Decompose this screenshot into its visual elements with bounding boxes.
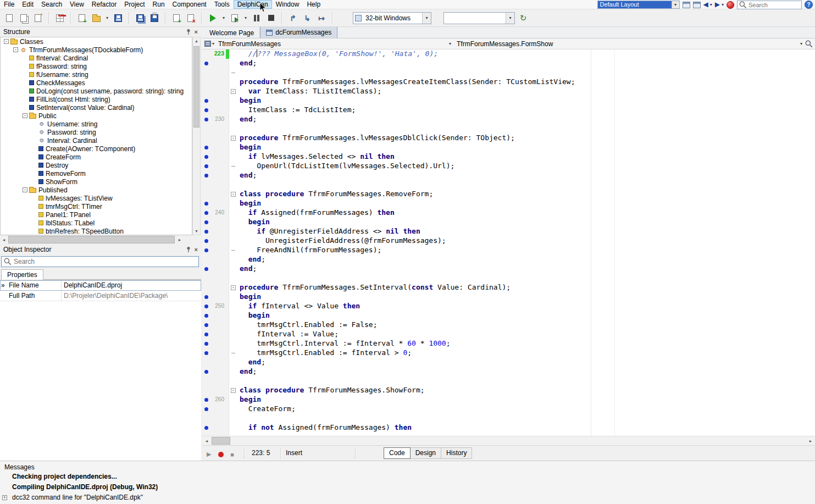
- tab-properties[interactable]: Properties: [1, 269, 43, 280]
- message-line[interactable]: Checking project dependencies...: [0, 472, 815, 482]
- line-gutter[interactable]: [202, 236, 229, 246]
- code-line[interactable]: if lvMessages.Selected <> nil then: [202, 152, 815, 162]
- code-line[interactable]: end;: [202, 367, 815, 376]
- structure-tree-item[interactable]: FillList(const Html: string): [1, 95, 192, 103]
- compiled-line-dot-icon[interactable]: [204, 351, 208, 355]
- scroll-up-icon[interactable]: ▲: [193, 37, 200, 45]
- fold-margin[interactable]: [229, 68, 238, 77]
- menu-help[interactable]: Help: [303, 0, 324, 9]
- menu-project[interactable]: Project: [120, 0, 148, 9]
- fold-margin[interactable]: [229, 77, 238, 87]
- compiled-line-dot-icon[interactable]: [204, 239, 208, 243]
- fold-margin[interactable]: [229, 358, 238, 367]
- code-line[interactable]: 223 //??? MessageBox(0, 'FormShow!', 'Ha…: [202, 49, 815, 59]
- desktop-layout-combo[interactable]: Default Layout ▾: [597, 1, 680, 9]
- code-line[interactable]: [202, 274, 815, 283]
- property-value[interactable]: D:\Projeler\DelphiCanIDE\Package\: [62, 291, 201, 301]
- class-navigation-combo[interactable]: TfrmForumMessages ▾: [215, 39, 453, 49]
- structure-tree-item[interactable]: Destroy: [1, 161, 192, 169]
- line-gutter[interactable]: [202, 152, 229, 162]
- code-line[interactable]: end;: [202, 358, 815, 367]
- code-line[interactable]: end;: [202, 59, 815, 68]
- code-line[interactable]: [202, 180, 815, 190]
- notification-icon[interactable]: [727, 1, 734, 9]
- fold-margin[interactable]: -: [229, 134, 238, 143]
- code-line[interactable]: begin: [202, 199, 815, 208]
- fold-margin[interactable]: [229, 59, 238, 68]
- navigate-back-dropdown-icon[interactable]: ▾: [710, 2, 712, 7]
- compiled-line-dot-icon[interactable]: [204, 155, 208, 159]
- ide-insight-search[interactable]: [737, 1, 802, 9]
- code-line[interactable]: procedure TfrmForumMessages.lvMessagesCr…: [202, 77, 815, 87]
- fold-margin[interactable]: [229, 227, 238, 236]
- run-button[interactable]: [207, 12, 219, 25]
- structure-hscrollbar[interactable]: ◄ ►: [0, 235, 192, 245]
- fold-margin[interactable]: [229, 367, 238, 376]
- fold-margin[interactable]: [229, 49, 238, 59]
- fold-collapse-icon[interactable]: -: [231, 136, 236, 141]
- property-row[interactable]: Full PathD:\Projeler\DelphiCanIDE\Packag…: [0, 291, 201, 301]
- code-line[interactable]: OpenUrl(TdcListItem(lvMessages.Selected)…: [202, 162, 815, 171]
- code-line[interactable]: CreateForm;: [202, 405, 815, 414]
- new-items-button[interactable]: [3, 12, 15, 25]
- line-gutter[interactable]: [202, 96, 229, 106]
- code-line[interactable]: end;: [202, 255, 815, 264]
- pause-button[interactable]: [251, 12, 263, 25]
- code-line[interactable]: if not Assigned(frmForumMessages) then: [202, 423, 815, 433]
- object-inspector-search[interactable]: [1, 256, 199, 267]
- line-gutter[interactable]: [202, 162, 229, 171]
- message-expand-icon[interactable]: +: [2, 495, 7, 500]
- structure-tree-item[interactable]: Create(AOwner: TComponent): [1, 145, 192, 153]
- editor-tab-welcome-page[interactable]: Welcome Page: [204, 27, 260, 38]
- compiled-line-dot-icon[interactable]: [204, 342, 208, 346]
- navigate-back-button[interactable]: ◀: [703, 1, 708, 9]
- structure-tree-item[interactable]: DoLogin(const username, password: string…: [1, 87, 192, 95]
- property-value[interactable]: DelphiCanIDE.dproj: [62, 280, 201, 290]
- fold-margin[interactable]: [229, 96, 238, 106]
- code-line[interactable]: begin: [202, 96, 815, 106]
- editor-tab-dcforummessages[interactable]: dcForumMessages: [260, 26, 337, 38]
- compiled-line-dot-icon[interactable]: [204, 267, 208, 271]
- line-gutter[interactable]: [202, 199, 229, 208]
- structure-tree-item[interactable]: fUsername: string: [1, 70, 192, 79]
- message-line[interactable]: Compiling DelphiCanIDE.dproj (Debug, Win…: [0, 482, 815, 492]
- line-gutter[interactable]: [202, 180, 229, 190]
- compiled-line-dot-icon[interactable]: [204, 220, 208, 224]
- step-over-button[interactable]: ↱: [287, 12, 299, 25]
- structure-tree-item[interactable]: Interval: Cardinal: [1, 136, 192, 145]
- structure-tree-item[interactable]: SetInterval(const Value: Cardinal): [1, 103, 192, 112]
- line-gutter[interactable]: 230: [202, 115, 229, 124]
- line-gutter[interactable]: [202, 283, 229, 292]
- fold-margin[interactable]: [229, 208, 238, 218]
- code-line[interactable]: -class procedure TfrmForumMessages.Remov…: [202, 190, 815, 199]
- line-gutter[interactable]: [202, 255, 229, 264]
- compiled-line-dot-icon[interactable]: [204, 99, 208, 103]
- fold-margin[interactable]: [229, 152, 238, 162]
- fold-margin[interactable]: [229, 339, 238, 348]
- hscroll-thumb[interactable]: [8, 236, 175, 243]
- code-line[interactable]: begin: [202, 311, 815, 320]
- code-line[interactable]: if @UnregisterFieldAddress <> nil then: [202, 227, 815, 236]
- compiled-line-dot-icon[interactable]: [204, 202, 208, 206]
- line-gutter[interactable]: [202, 59, 229, 68]
- navigate-forward-dropdown-icon[interactable]: ▾: [722, 2, 724, 7]
- code-area[interactable]: 223 //??? MessageBox(0, 'FormShow!', 'Ha…: [202, 49, 815, 436]
- compiled-line-dot-icon[interactable]: [204, 398, 208, 402]
- fold-collapse-icon[interactable]: -: [231, 192, 236, 197]
- refresh-button[interactable]: ↻: [517, 12, 529, 25]
- menu-edit[interactable]: Edit: [18, 0, 37, 9]
- open-file-button[interactable]: [18, 12, 30, 25]
- code-line[interactable]: begin: [202, 143, 815, 152]
- save-button[interactable]: [112, 12, 124, 25]
- navigate-forward-button[interactable]: ▶: [715, 1, 720, 9]
- line-gutter[interactable]: [202, 423, 229, 433]
- fold-margin[interactable]: [229, 171, 238, 180]
- menu-component[interactable]: Component: [169, 0, 210, 9]
- fold-collapse-icon[interactable]: -: [231, 89, 236, 94]
- run-no-debug-dropdown-icon[interactable]: ▾: [243, 15, 248, 20]
- fold-margin[interactable]: [229, 255, 238, 264]
- line-gutter[interactable]: [202, 87, 229, 96]
- code-line[interactable]: [202, 414, 815, 423]
- fold-margin[interactable]: [229, 124, 238, 134]
- structure-tree-item[interactable]: -Public: [1, 112, 192, 120]
